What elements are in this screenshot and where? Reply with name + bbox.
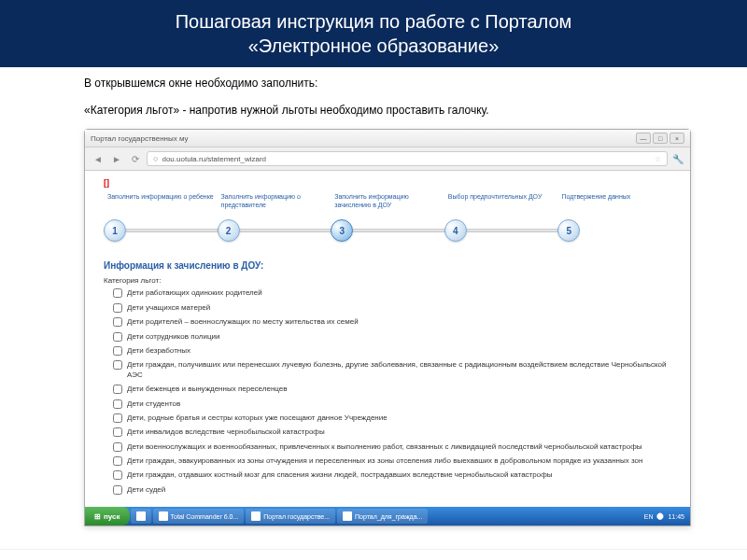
- taskbar-item-label: Total Commander 6.0...: [171, 513, 239, 520]
- tray-icon[interactable]: ⬤: [656, 512, 664, 520]
- browser-toolbar: ◄ ► ⟳ ○ dou.uotula.ru/statement_wizard ☆…: [85, 147, 690, 171]
- instruction-line1: В открывшемся окне необходимо заполнить:: [84, 75, 691, 92]
- checkbox-input[interactable]: [113, 427, 122, 437]
- slide-title-line2: «Электронное образование»: [19, 34, 728, 58]
- step-label: Заполнить информацию о представителе: [218, 193, 331, 214]
- checkbox-label: Дети сотрудников полиции: [127, 332, 219, 342]
- url-bar[interactable]: ○ dou.uotula.ru/statement_wizard ☆: [147, 151, 668, 166]
- checkbox-input[interactable]: [113, 332, 122, 342]
- wizard-step-2[interactable]: Заполнить информацию о представителе2: [218, 193, 331, 244]
- taskbar-item[interactable]: Портал государстве...: [246, 509, 335, 524]
- start-label: пуск: [104, 512, 120, 521]
- close-button[interactable]: ×: [669, 133, 684, 144]
- checkbox-input[interactable]: [113, 442, 122, 452]
- wizard-step-4[interactable]: Выбор предпочтительных ДОУ4: [444, 193, 558, 244]
- checkbox-item[interactable]: Дети инвалидов вследствие чернобыльской …: [113, 427, 681, 437]
- checkbox-item[interactable]: Дети родителей – военнослужащих по месту…: [113, 317, 681, 327]
- taskbar-item-icon: [251, 511, 261, 521]
- wizard-step-1[interactable]: Заполнить информацию о ребенке1: [104, 193, 218, 244]
- checkbox-label: Дети учащихся матерей: [127, 303, 210, 313]
- checkbox-item[interactable]: Дети учащихся матерей: [113, 303, 681, 313]
- page-content: [] Заполнить информацию о ребенке1Заполн…: [85, 171, 690, 507]
- checkbox-label: Дети студентов: [127, 399, 180, 409]
- bookmark-star-icon[interactable]: ☆: [655, 155, 661, 163]
- checkbox-label: Дети родителей – военнослужащих по месту…: [127, 317, 359, 327]
- quicklaunch[interactable]: [131, 509, 151, 524]
- step-connector: [353, 229, 448, 232]
- wizard-step-3[interactable]: Заполнить информацию зачислению в ДОУ3: [331, 193, 444, 244]
- checkbox-label: Дети инвалидов вследствие чернобыльской …: [127, 427, 325, 437]
- system-tray: EN ⬤ 11:45: [639, 512, 690, 520]
- url-text: dou.uotula.ru/statement_wizard: [162, 155, 266, 163]
- checkbox-input[interactable]: [113, 360, 122, 370]
- checkbox-label: Дети работающих одиноких родителей: [127, 288, 262, 298]
- forward-button[interactable]: ►: [109, 151, 124, 166]
- checkbox-input[interactable]: [113, 303, 122, 313]
- back-button[interactable]: ◄: [91, 151, 106, 166]
- taskbar-item-icon: [159, 511, 168, 521]
- maximize-button[interactable]: □: [653, 133, 668, 144]
- step-circle: 4: [444, 219, 467, 242]
- taskbar-item-label: Портал государстве...: [263, 513, 330, 520]
- step-connector: [126, 229, 221, 232]
- checkbox-label: Дети, родные братья и сестры которых уже…: [127, 413, 388, 423]
- browser-titlebar: Портал государственных му — □ ×: [85, 130, 690, 147]
- slide-title-line1: Пошаговая инструкция по работе с Портало…: [19, 9, 728, 34]
- checkbox-item[interactable]: Дети граждан, эвакуированных из зоны отч…: [113, 456, 681, 466]
- wrench-icon[interactable]: 🔧: [671, 152, 684, 165]
- checkbox-input[interactable]: [113, 399, 122, 409]
- window-controls: — □ ×: [636, 133, 684, 144]
- checkbox-item[interactable]: Дети студентов: [113, 399, 681, 409]
- slide-footer: [0, 549, 747, 560]
- start-icon: ⊞: [94, 512, 101, 521]
- field-label: Категория льгот:: [104, 276, 681, 285]
- step-connector: [467, 229, 562, 232]
- step-circle: 1: [104, 219, 126, 242]
- checkbox-item[interactable]: Дети судей: [113, 485, 681, 495]
- slide-title: Пошаговая инструкция по работе с Портало…: [0, 0, 747, 67]
- checkbox-item[interactable]: Дети беженцев и вынужденных переселенцев: [113, 385, 681, 394]
- checkbox-item[interactable]: Дети граждан, отдавших костный мозг для …: [113, 470, 681, 480]
- minimize-button[interactable]: —: [636, 133, 651, 144]
- wizard-steps: Заполнить информацию о ребенке1Заполнить…: [94, 193, 681, 253]
- checkbox-item[interactable]: Дети безработных: [113, 346, 681, 356]
- section-title: Информация к зачислению в ДОУ:: [104, 260, 681, 271]
- reload-button[interactable]: ⟳: [128, 151, 143, 166]
- checkbox-input[interactable]: [113, 485, 122, 495]
- checkbox-label: Дети граждан, эвакуированных из зоны отч…: [127, 456, 642, 466]
- checkbox-input[interactable]: [113, 346, 122, 356]
- step-label: Выбор предпочтительных ДОУ: [444, 193, 558, 214]
- taskbar-item[interactable]: Портал_для_гражда...: [337, 509, 428, 524]
- taskbar: ⊞ пуск Total Commander 6.0...Портал госу…: [85, 507, 690, 525]
- browser-window: Портал государственных му — □ × ◄ ► ⟳ ○ …: [84, 129, 691, 526]
- step-circle: 5: [557, 219, 580, 242]
- taskbar-item-label: Портал_для_гражда...: [355, 513, 422, 520]
- globe-icon: ○: [153, 154, 158, 163]
- wizard-step-5[interactable]: Подтвержение данных5: [557, 193, 671, 244]
- instruction-line2: «Категория льгот» - напротив нужной льго…: [84, 102, 691, 119]
- checkbox-label: Дети судей: [127, 485, 165, 495]
- step-label: Заполнить информацию зачислению в ДОУ: [331, 193, 444, 214]
- checkbox-label: Дети беженцев и вынужденных переселенцев: [127, 385, 288, 394]
- lang-indicator[interactable]: EN: [644, 513, 654, 520]
- checkbox-item[interactable]: Дети, родные братья и сестры которых уже…: [113, 413, 681, 423]
- checkbox-item[interactable]: Дети сотрудников полиции: [113, 332, 681, 342]
- checkbox-label: Дети граждан, получивших или перенесших …: [127, 360, 681, 380]
- checkbox-input[interactable]: [113, 470, 122, 480]
- checkbox-input[interactable]: [113, 385, 122, 394]
- checkbox-item[interactable]: Дети граждан, получивших или перенесших …: [113, 360, 681, 380]
- clock: 11:45: [668, 513, 684, 520]
- checkbox-list: Дети работающих одиноких родителейДети у…: [94, 288, 681, 495]
- browser-tab-title: Портал государственных му: [91, 134, 189, 143]
- checkbox-item[interactable]: Дети работающих одиноких родителей: [113, 288, 681, 298]
- checkbox-input[interactable]: [113, 413, 122, 423]
- checkbox-input[interactable]: [113, 317, 122, 327]
- start-button[interactable]: ⊞ пуск: [85, 507, 130, 525]
- step-label: Подтвержение данных: [557, 193, 671, 214]
- checkbox-input[interactable]: [113, 288, 122, 298]
- step-connector: [240, 229, 335, 232]
- checkbox-item[interactable]: Дети военнослужащих и военнообязанных, п…: [113, 442, 681, 452]
- taskbar-item-icon: [343, 511, 352, 521]
- taskbar-item[interactable]: Total Commander 6.0...: [153, 509, 245, 524]
- checkbox-input[interactable]: [113, 456, 122, 466]
